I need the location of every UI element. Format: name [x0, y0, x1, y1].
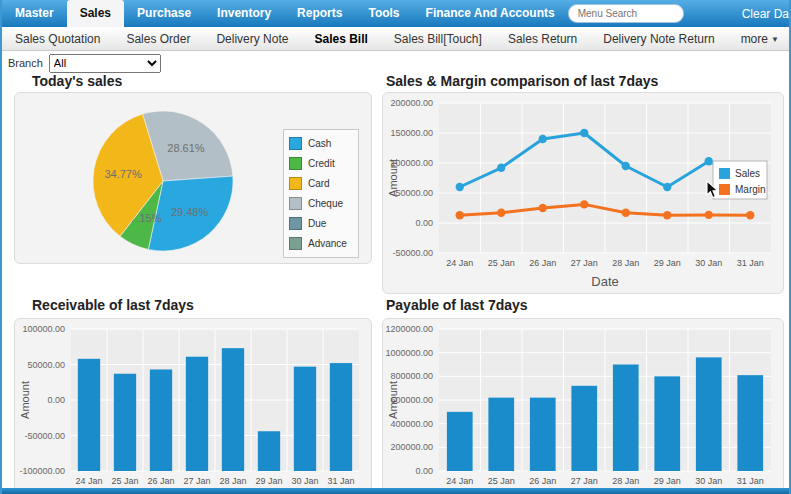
- svg-text:Sales: Sales: [735, 168, 760, 179]
- bar-29-jan: [654, 376, 680, 471]
- point-margin-29-jan: [663, 211, 671, 219]
- svg-text:25 Jan: 25 Jan: [488, 258, 515, 268]
- submenu-item-delivery-note[interactable]: Delivery Note: [203, 32, 301, 46]
- sales-margin-title: Sales & Margin comparison of last 7days: [386, 73, 658, 89]
- svg-text:27 Jan: 27 Jan: [183, 476, 210, 486]
- svg-text:31 Jan: 31 Jan: [737, 476, 764, 486]
- point-margin-30-jan: [705, 211, 713, 219]
- nav-item-purchase[interactable]: Purchase: [124, 0, 204, 27]
- svg-text:0.00: 0.00: [47, 395, 65, 405]
- svg-text:200000.00: 200000.00: [390, 442, 433, 452]
- point-margin-28-jan: [622, 209, 630, 217]
- svg-text:24 Jan: 24 Jan: [75, 476, 102, 486]
- point-sales-26-jan: [539, 135, 547, 143]
- svg-text:24 Jan: 24 Jan: [446, 258, 473, 268]
- submenu-item-more[interactable]: more▼: [728, 32, 791, 46]
- top-nav-right: Clear Data: [568, 0, 791, 27]
- svg-text:25 Jan: 25 Jan: [111, 476, 138, 486]
- branch-label: Branch: [8, 57, 43, 69]
- svg-text:27 Jan: 27 Jan: [571, 258, 598, 268]
- svg-text:Amount: Amount: [387, 159, 399, 197]
- svg-text:Amount: Amount: [19, 381, 31, 419]
- svg-text:Date: Date: [591, 274, 618, 289]
- legend-label: Cash: [308, 138, 331, 149]
- svg-text:29.48%: 29.48%: [171, 206, 209, 218]
- bar-24-jan: [78, 359, 100, 471]
- legend-swatch: [289, 237, 302, 250]
- point-margin-31-jan: [746, 211, 754, 219]
- svg-text:26 Jan: 26 Jan: [529, 258, 556, 268]
- svg-text:1000000.00: 1000000.00: [385, 348, 433, 358]
- bottom-edge: [2, 488, 789, 494]
- more-label: more: [741, 32, 768, 46]
- svg-text:28 Jan: 28 Jan: [612, 476, 639, 486]
- bar-26-jan: [530, 398, 556, 471]
- bar-28-jan: [613, 365, 639, 472]
- line-chart-svg: 200000.00150000.00100000.0050000.000.00-…: [383, 93, 783, 293]
- nav-item-reports[interactable]: Reports: [284, 0, 355, 27]
- point-margin-25-jan: [497, 209, 505, 217]
- bar-27-jan: [186, 357, 208, 471]
- svg-text:26 Jan: 26 Jan: [529, 476, 556, 486]
- bar-31-jan: [737, 375, 763, 471]
- bar-25-jan: [114, 374, 136, 471]
- svg-text:28 Jan: 28 Jan: [612, 258, 639, 268]
- branch-row: Branch All: [2, 51, 789, 75]
- bar-chart-svg: 100000.0050000.000.00-50000.00-100000.00…: [15, 319, 371, 494]
- branch-select[interactable]: All: [49, 54, 161, 73]
- chevron-down-icon: ▼: [771, 35, 779, 44]
- svg-text:800000.00: 800000.00: [390, 371, 433, 381]
- legend-swatch: [289, 137, 302, 150]
- submenu-item-sales-order[interactable]: Sales Order: [113, 32, 203, 46]
- top-nav: MasterSalesPurchaseInventoryReportsTools…: [2, 0, 789, 27]
- legend-item-cheque: Cheque: [289, 197, 353, 210]
- nav-item-finance-and-accounts[interactable]: Finance And Accounts: [413, 0, 568, 27]
- nav-item-tools[interactable]: Tools: [355, 0, 412, 27]
- nav-item-sales[interactable]: Sales: [67, 0, 124, 27]
- point-sales-25-jan: [497, 164, 505, 172]
- receivable-panel: 100000.0050000.000.00-50000.00-100000.00…: [14, 318, 372, 494]
- svg-text:29 Jan: 29 Jan: [654, 476, 681, 486]
- legend-label: Card: [308, 178, 330, 189]
- nav-item-inventory[interactable]: Inventory: [204, 0, 284, 27]
- svg-text:34.77%: 34.77%: [104, 168, 142, 180]
- clear-data-button[interactable]: Clear Data: [742, 7, 791, 21]
- legend-label: Cheque: [308, 198, 343, 209]
- mouse-cursor: [706, 180, 719, 203]
- bar-26-jan: [150, 369, 172, 471]
- submenu-item-sales-bill-touch[interactable]: Sales Bill[Touch]: [381, 32, 495, 46]
- svg-text:-100000.00: -100000.00: [19, 466, 65, 476]
- svg-text:29 Jan: 29 Jan: [255, 476, 282, 486]
- submenu-item-delivery-note-return[interactable]: Delivery Note Return: [590, 32, 727, 46]
- point-sales-29-jan: [663, 183, 671, 191]
- svg-text:-50000.00: -50000.00: [392, 248, 433, 258]
- legend-label: Advance: [308, 238, 347, 249]
- sales-margin-line-chart: 200000.00150000.00100000.0050000.000.00-…: [383, 93, 783, 293]
- svg-text:24 Jan: 24 Jan: [446, 476, 473, 486]
- svg-text:27 Jan: 27 Jan: [571, 476, 598, 486]
- sales-margin-panel: 200000.00150000.00100000.0050000.000.00-…: [382, 92, 784, 294]
- svg-text:28.61%: 28.61%: [167, 142, 205, 154]
- point-sales-27-jan: [580, 129, 588, 137]
- svg-text:29 Jan: 29 Jan: [654, 258, 681, 268]
- point-sales-30-jan: [705, 157, 713, 165]
- submenu-item-sales-bill[interactable]: Sales Bill: [301, 32, 380, 46]
- legend-item-advance: Advance: [289, 237, 353, 250]
- svg-text:26 Jan: 26 Jan: [147, 476, 174, 486]
- submenu-item-sales-quotation[interactable]: Sales Quotation: [2, 32, 113, 46]
- point-margin-24-jan: [456, 211, 464, 219]
- legend-item-due: Due: [289, 217, 353, 230]
- bar-28-jan: [222, 348, 244, 471]
- submenu-item-sales-return[interactable]: Sales Return: [495, 32, 590, 46]
- menu-search-input[interactable]: [568, 4, 684, 23]
- bar-30-jan: [294, 367, 316, 471]
- svg-text:Amount: Amount: [387, 381, 399, 419]
- pie-legend: CashCreditCardChequeDueAdvance: [283, 129, 359, 258]
- legend-item-cash: Cash: [289, 137, 353, 150]
- nav-item-master[interactable]: Master: [2, 0, 67, 27]
- receivable-title: Receivable of last 7days: [32, 297, 194, 313]
- svg-text:400000.00: 400000.00: [390, 419, 433, 429]
- legend-swatch: [289, 197, 302, 210]
- payable-bar-chart: 1200000.001000000.00800000.00600000.0040…: [383, 319, 783, 494]
- bar-24-jan: [447, 412, 473, 471]
